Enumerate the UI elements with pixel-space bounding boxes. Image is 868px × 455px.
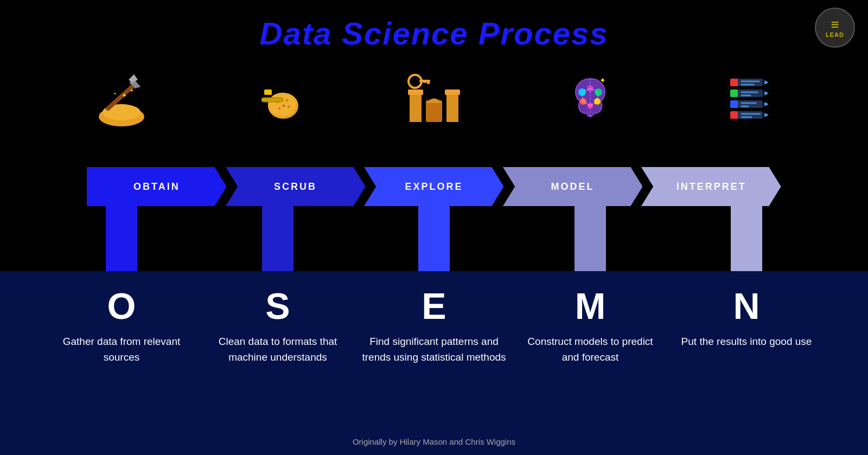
interpret-description: Put the results into good use — [681, 334, 812, 350]
explore-connector — [356, 202, 512, 271]
interpret-label: INTERPRET — [641, 167, 781, 206]
svg-rect-39 — [730, 79, 738, 86]
model-connector — [512, 202, 668, 271]
svg-rect-14 — [264, 89, 272, 95]
explore-description: Find significant patterns and trends usi… — [361, 334, 507, 365]
icons-row: ✦ ✦ ✦ — [0, 62, 868, 133]
svg-point-11 — [278, 107, 280, 110]
svg-point-9 — [283, 105, 285, 107]
obtain-icon-wrapper: ✦ ✦ ✦ — [43, 62, 200, 133]
scrub-icon-wrapper — [200, 62, 356, 133]
interpret-step-info: N Put the results into good use — [668, 271, 825, 350]
explore-letter: E — [422, 287, 446, 324]
svg-point-7 — [268, 93, 296, 117]
explore-step-info: E Find significant patterns and trends u… — [356, 271, 512, 365]
connectors — [43, 202, 825, 271]
scrub-description: Clean data to formats that machine under… — [205, 334, 350, 365]
svg-rect-16 — [408, 89, 423, 95]
svg-rect-43 — [730, 89, 738, 97]
interpret-connector — [668, 202, 825, 271]
logo-icon: ≡ — [831, 17, 839, 31]
scrub-arrow: SCRUB — [226, 167, 366, 206]
svg-text:✦: ✦ — [599, 76, 606, 85]
scrub-connector — [200, 202, 356, 271]
model-bar — [575, 202, 606, 271]
model-icon-wrapper: ✦ — [512, 62, 668, 133]
interpret-bar — [731, 202, 762, 271]
svg-rect-19 — [426, 100, 442, 122]
obtain-icon: ✦ ✦ ✦ — [92, 68, 151, 127]
svg-rect-13 — [261, 98, 283, 102]
top-section: ≡ LEAD Data Science Process ✦ ✦ ✦ — [0, 0, 868, 271]
logo-text: LEAD — [826, 31, 844, 38]
scrub-step-info: S Clean data to formats that machine und… — [200, 271, 356, 365]
obtain-connector — [43, 202, 200, 271]
bottom-section: O Gather data from relevant sources S Cl… — [0, 271, 868, 455]
svg-rect-23 — [424, 80, 426, 83]
interpret-icon-wrapper — [668, 62, 825, 133]
svg-point-12 — [288, 106, 290, 108]
obtain-arrow: OBTAIN — [87, 167, 227, 206]
svg-rect-47 — [730, 100, 738, 108]
explore-bar — [418, 202, 450, 271]
footer: Originally by Hilary Mason and Chris Wig… — [0, 437, 868, 446]
model-step-info: M Construct models to predict and foreca… — [512, 271, 668, 365]
svg-rect-51 — [730, 111, 738, 119]
interpret-arrow: INTERPRET — [641, 167, 781, 206]
model-icon: ✦ — [560, 68, 620, 127]
interpret-letter: N — [733, 287, 760, 324]
scrub-label: SCRUB — [226, 167, 366, 206]
arrow-row: OBTAIN SCRUB EXPLORE MODEL — [43, 167, 825, 206]
svg-rect-18 — [445, 89, 460, 95]
obtain-step-info: O Gather data from relevant sources — [43, 271, 200, 365]
obtain-label: OBTAIN — [87, 167, 227, 206]
svg-point-10 — [286, 99, 288, 101]
explore-label: EXPLORE — [364, 167, 504, 206]
scrub-bar — [262, 202, 293, 271]
explore-icon-wrapper — [356, 62, 512, 133]
svg-text:✦: ✦ — [122, 92, 127, 99]
explore-arrow: EXPLORE — [364, 167, 504, 206]
svg-rect-17 — [446, 92, 458, 122]
svg-rect-22 — [427, 80, 430, 84]
logo: ≡ LEAD — [815, 8, 855, 48]
model-letter: M — [575, 287, 606, 324]
scrub-letter: S — [265, 287, 290, 324]
explore-icon — [399, 68, 469, 127]
obtain-description: Gather data from relevant sources — [49, 334, 194, 365]
svg-rect-15 — [410, 92, 422, 122]
obtain-bar — [106, 202, 137, 271]
svg-text:✦: ✦ — [113, 92, 117, 95]
obtain-letter: O — [107, 287, 136, 324]
interpret-icon — [717, 68, 776, 127]
svg-text:✦: ✦ — [130, 88, 134, 93]
scrub-icon — [248, 68, 308, 127]
bottom-content: O Gather data from relevant sources S Cl… — [0, 271, 868, 423]
page-title: Data Science Process — [0, 0, 868, 52]
model-description: Construct models to predict and forecast — [518, 334, 663, 365]
model-label: MODEL — [503, 167, 643, 206]
model-arrow: MODEL — [503, 167, 643, 206]
